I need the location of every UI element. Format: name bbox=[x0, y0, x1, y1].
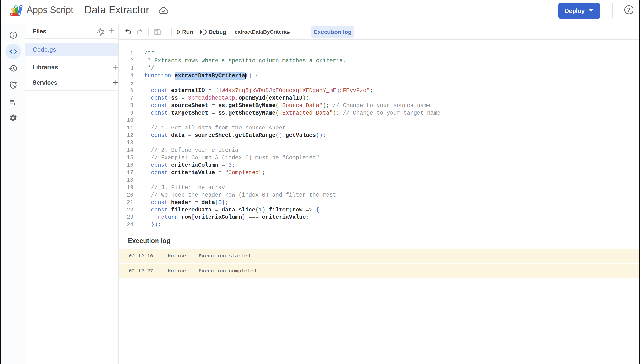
svg-text:?: ? bbox=[627, 7, 630, 13]
svg-text:Z: Z bbox=[101, 29, 104, 35]
